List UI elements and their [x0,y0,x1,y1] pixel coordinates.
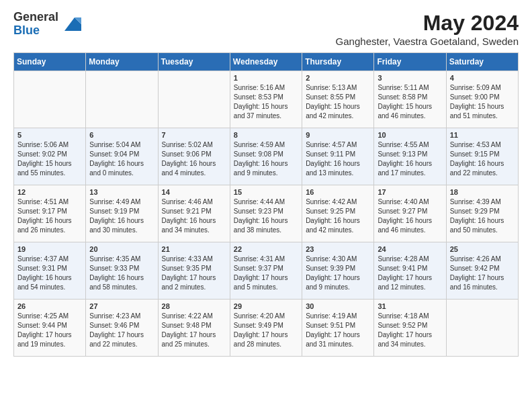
calendar-cell: 18Sunrise: 4:39 AM Sunset: 9:29 PM Dayli… [446,185,518,242]
day-info: Sunrise: 4:23 AM Sunset: 9:46 PM Dayligh… [89,312,154,349]
day-info: Sunrise: 4:39 AM Sunset: 9:29 PM Dayligh… [450,197,515,235]
day-number: 6 [89,131,154,139]
day-number: 18 [450,188,515,196]
day-info: Sunrise: 5:11 AM Sunset: 8:58 PM Dayligh… [378,83,442,121]
day-info: Sunrise: 4:55 AM Sunset: 9:13 PM Dayligh… [378,140,442,178]
day-number: 2 [306,74,370,82]
day-info: Sunrise: 4:59 AM Sunset: 9:08 PM Dayligh… [234,140,298,178]
day-info: Sunrise: 4:25 AM Sunset: 9:44 PM Dayligh… [17,312,82,349]
day-number: 1 [234,74,298,82]
day-info: Sunrise: 4:18 AM Sunset: 9:52 PM Dayligh… [378,312,442,349]
day-number: 7 [162,131,226,139]
calendar-cell: 27Sunrise: 4:23 AM Sunset: 9:46 PM Dayli… [86,300,158,357]
calendar-cell: 17Sunrise: 4:40 AM Sunset: 9:27 PM Dayli… [374,185,446,242]
day-number: 26 [17,302,82,310]
day-number: 10 [378,131,442,139]
day-number: 21 [162,245,226,253]
header-cell-sunday: Sunday [14,53,86,71]
calendar-body: 1Sunrise: 5:16 AM Sunset: 8:53 PM Daylig… [14,71,519,357]
calendar-cell: 6Sunrise: 5:04 AM Sunset: 9:04 PM Daylig… [86,128,158,185]
calendar-cell: 22Sunrise: 4:31 AM Sunset: 9:37 PM Dayli… [230,242,302,300]
logo-text: General Blue [13,11,58,38]
day-info: Sunrise: 4:51 AM Sunset: 9:17 PM Dayligh… [17,197,82,235]
day-number: 19 [17,245,82,253]
logo-blue: Blue [13,24,58,38]
calendar-cell: 15Sunrise: 4:44 AM Sunset: 9:23 PM Dayli… [230,185,302,242]
header-cell-friday: Friday [374,53,446,71]
calendar-cell: 20Sunrise: 4:35 AM Sunset: 9:33 PM Dayli… [86,242,158,300]
calendar-cell: 5Sunrise: 5:06 AM Sunset: 9:02 PM Daylig… [14,128,86,185]
day-info: Sunrise: 4:20 AM Sunset: 9:49 PM Dayligh… [234,312,298,349]
calendar-cell: 3Sunrise: 5:11 AM Sunset: 8:58 PM Daylig… [374,71,446,128]
header-cell-wednesday: Wednesday [230,53,302,71]
week-row-4: 19Sunrise: 4:37 AM Sunset: 9:31 PM Dayli… [14,242,519,300]
calendar-cell: 1Sunrise: 5:16 AM Sunset: 8:53 PM Daylig… [230,71,302,128]
day-info: Sunrise: 4:40 AM Sunset: 9:27 PM Dayligh… [378,197,442,235]
day-info: Sunrise: 4:37 AM Sunset: 9:31 PM Dayligh… [17,255,82,292]
day-info: Sunrise: 5:04 AM Sunset: 9:04 PM Dayligh… [89,140,154,178]
day-number: 11 [450,131,515,139]
day-number: 15 [234,188,298,196]
day-info: Sunrise: 5:09 AM Sunset: 9:00 PM Dayligh… [450,83,515,121]
day-info: Sunrise: 4:28 AM Sunset: 9:41 PM Dayligh… [378,255,442,292]
calendar-cell: 24Sunrise: 4:28 AM Sunset: 9:41 PM Dayli… [374,242,446,300]
calendar-table: SundayMondayTuesdayWednesdayThursdayFrid… [13,52,519,357]
day-info: Sunrise: 4:33 AM Sunset: 9:35 PM Dayligh… [162,255,226,292]
day-number: 13 [89,188,154,196]
calendar-cell: 21Sunrise: 4:33 AM Sunset: 9:35 PM Dayli… [158,242,230,300]
week-row-2: 5Sunrise: 5:06 AM Sunset: 9:02 PM Daylig… [14,128,519,185]
day-info: Sunrise: 4:46 AM Sunset: 9:21 PM Dayligh… [162,197,226,235]
calendar-cell: 25Sunrise: 4:26 AM Sunset: 9:42 PM Dayli… [446,242,518,300]
calendar-cell [86,71,158,128]
day-number: 25 [450,245,515,253]
day-info: Sunrise: 4:53 AM Sunset: 9:15 PM Dayligh… [450,140,515,178]
calendar-cell: 16Sunrise: 4:42 AM Sunset: 9:25 PM Dayli… [302,185,374,242]
logo: General Blue [13,11,81,38]
day-info: Sunrise: 4:30 AM Sunset: 9:39 PM Dayligh… [306,255,370,292]
day-info: Sunrise: 4:49 AM Sunset: 9:19 PM Dayligh… [89,197,154,235]
day-number: 12 [17,188,82,196]
calendar-cell: 26Sunrise: 4:25 AM Sunset: 9:44 PM Dayli… [14,300,86,357]
calendar-cell: 10Sunrise: 4:55 AM Sunset: 9:13 PM Dayli… [374,128,446,185]
day-number: 29 [234,302,298,310]
day-number: 22 [234,245,298,253]
calendar-cell: 31Sunrise: 4:18 AM Sunset: 9:52 PM Dayli… [374,300,446,357]
month-year: May 2024 [336,11,519,36]
day-number: 14 [162,188,226,196]
week-row-5: 26Sunrise: 4:25 AM Sunset: 9:44 PM Dayli… [14,300,519,357]
header-cell-saturday: Saturday [446,53,518,71]
calendar-cell: 11Sunrise: 4:53 AM Sunset: 9:15 PM Dayli… [446,128,518,185]
week-row-3: 12Sunrise: 4:51 AM Sunset: 9:17 PM Dayli… [14,185,519,242]
calendar-cell: 23Sunrise: 4:30 AM Sunset: 9:39 PM Dayli… [302,242,374,300]
header: General Blue May 2024 Ganghester, Vaestr… [13,11,519,47]
day-info: Sunrise: 4:22 AM Sunset: 9:48 PM Dayligh… [162,312,226,349]
calendar-cell: 9Sunrise: 4:57 AM Sunset: 9:11 PM Daylig… [302,128,374,185]
week-row-1: 1Sunrise: 5:16 AM Sunset: 8:53 PM Daylig… [14,71,519,128]
day-info: Sunrise: 5:13 AM Sunset: 8:55 PM Dayligh… [306,83,370,121]
calendar-cell: 12Sunrise: 4:51 AM Sunset: 9:17 PM Dayli… [14,185,86,242]
calendar-cell: 8Sunrise: 4:59 AM Sunset: 9:08 PM Daylig… [230,128,302,185]
day-number: 20 [89,245,154,253]
day-number: 16 [306,188,370,196]
calendar-cell [14,71,86,128]
day-number: 31 [378,302,442,310]
calendar-cell: 4Sunrise: 5:09 AM Sunset: 9:00 PM Daylig… [446,71,518,128]
calendar-cell: 30Sunrise: 4:19 AM Sunset: 9:51 PM Dayli… [302,300,374,357]
day-number: 9 [306,131,370,139]
header-cell-tuesday: Tuesday [158,53,230,71]
logo-icon [61,14,81,34]
day-info: Sunrise: 4:57 AM Sunset: 9:11 PM Dayligh… [306,140,370,178]
calendar-cell: 13Sunrise: 4:49 AM Sunset: 9:19 PM Dayli… [86,185,158,242]
day-number: 23 [306,245,370,253]
calendar-header: SundayMondayTuesdayWednesdayThursdayFrid… [14,53,519,71]
day-info: Sunrise: 4:31 AM Sunset: 9:37 PM Dayligh… [234,255,298,292]
calendar-cell [446,300,518,357]
header-row: SundayMondayTuesdayWednesdayThursdayFrid… [14,53,519,71]
day-info: Sunrise: 4:35 AM Sunset: 9:33 PM Dayligh… [89,255,154,292]
calendar-cell: 28Sunrise: 4:22 AM Sunset: 9:48 PM Dayli… [158,300,230,357]
day-info: Sunrise: 4:19 AM Sunset: 9:51 PM Dayligh… [306,312,370,349]
calendar-cell: 19Sunrise: 4:37 AM Sunset: 9:31 PM Dayli… [14,242,86,300]
day-number: 4 [450,74,515,82]
location: Ganghester, Vaestra Goetaland, Sweden [336,36,519,47]
day-number: 27 [89,302,154,310]
